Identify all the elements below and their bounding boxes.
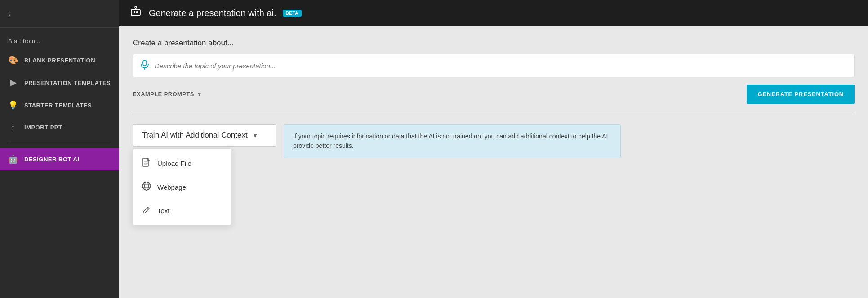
sidebar-item-import-ppt[interactable]: ↕ IMPORT PPT bbox=[0, 116, 119, 138]
topic-input[interactable] bbox=[155, 62, 847, 70]
section-label: Create a presentation about... bbox=[133, 39, 855, 48]
example-prompts-label: EXAMPLE PROMPTS bbox=[133, 91, 194, 98]
topbar: Generate a presentation with ai. BETA bbox=[119, 0, 868, 26]
palette-icon: 🎨 bbox=[8, 55, 18, 65]
back-button[interactable]: ‹ bbox=[0, 0, 119, 28]
chevron-down-icon: ▼ bbox=[252, 132, 258, 139]
bulb-icon: 💡 bbox=[8, 100, 18, 110]
text-label: Text bbox=[157, 207, 170, 214]
start-from-label: Start from... bbox=[0, 28, 119, 49]
sidebar-item-label: DESIGNER BOT AI bbox=[24, 156, 80, 163]
text-item[interactable]: Text bbox=[133, 199, 231, 222]
svg-line-17 bbox=[147, 208, 148, 209]
sidebar-item-label: PRESENTATION TEMPLATES bbox=[24, 80, 111, 86]
svg-point-4 bbox=[135, 6, 137, 8]
train-ai-info-text: If your topic requires information or da… bbox=[293, 133, 608, 149]
svg-rect-7 bbox=[143, 60, 147, 66]
pencil-icon bbox=[142, 205, 151, 216]
train-ai-label: Train AI with Additional Context bbox=[142, 131, 248, 140]
play-icon: ▶ bbox=[8, 78, 18, 88]
sidebar-item-blank-presentation[interactable]: 🎨 BLANK PRESENTATION bbox=[0, 49, 119, 71]
globe-icon bbox=[142, 182, 151, 193]
main-area: Generate a presentation with ai. BETA Cr… bbox=[119, 0, 868, 298]
content-area: Create a presentation about... EXAMPLE P… bbox=[119, 26, 868, 298]
sidebar-item-label: BLANK PRESENTATION bbox=[24, 57, 95, 64]
robot-icon: 🤖 bbox=[8, 154, 18, 164]
example-prompts-button[interactable]: EXAMPLE PROMPTS ▼ bbox=[133, 91, 202, 98]
train-ai-info-box: If your topic requires information or da… bbox=[284, 124, 621, 158]
sidebar-divider bbox=[8, 143, 111, 143]
topic-input-wrapper bbox=[133, 54, 855, 77]
sidebar-item-presentation-templates[interactable]: ▶ PRESENTATION TEMPLATES bbox=[0, 71, 119, 94]
webpage-label: Webpage bbox=[157, 183, 186, 191]
toolbar-row: EXAMPLE PROMPTS ▼ GENERATE PRESENTATION bbox=[133, 85, 855, 104]
chevron-down-icon: ▼ bbox=[197, 91, 202, 98]
svg-rect-0 bbox=[131, 9, 140, 16]
train-ai-button[interactable]: Train AI with Additional Context ▼ bbox=[133, 124, 276, 147]
upload-file-item[interactable]: Upload File bbox=[133, 151, 231, 175]
back-icon: ‹ bbox=[8, 9, 11, 18]
import-icon: ↕ bbox=[8, 123, 18, 132]
sidebar-item-label: STARTER TEMPLATES bbox=[24, 102, 92, 109]
upload-file-label: Upload File bbox=[157, 160, 191, 167]
svg-rect-2 bbox=[136, 11, 138, 13]
svg-rect-1 bbox=[134, 11, 135, 13]
mic-icon bbox=[140, 60, 149, 72]
train-ai-dropdown-menu: Upload File Webpage bbox=[133, 148, 231, 225]
sidebar-item-starter-templates[interactable]: 💡 STARTER TEMPLATES bbox=[0, 94, 119, 116]
generate-presentation-button[interactable]: GENERATE PRESENTATION bbox=[747, 85, 855, 104]
svg-point-13 bbox=[142, 182, 151, 190]
section-divider bbox=[133, 114, 855, 114]
beta-badge: BETA bbox=[283, 10, 302, 17]
file-icon bbox=[142, 158, 151, 169]
sidebar-item-label: IMPORT PPT bbox=[24, 124, 62, 131]
webpage-item[interactable]: Webpage bbox=[133, 175, 231, 199]
sidebar-item-designer-bot-ai[interactable]: 🤖 DESIGNER BOT AI bbox=[0, 148, 119, 170]
topbar-title: Generate a presentation with ai. bbox=[149, 8, 276, 18]
svg-point-14 bbox=[145, 182, 149, 190]
sidebar: ‹ Start from... 🎨 BLANK PRESENTATION ▶ P… bbox=[0, 0, 119, 298]
train-ai-row: Train AI with Additional Context ▼ bbox=[133, 124, 855, 158]
topbar-robot-icon bbox=[129, 5, 142, 21]
